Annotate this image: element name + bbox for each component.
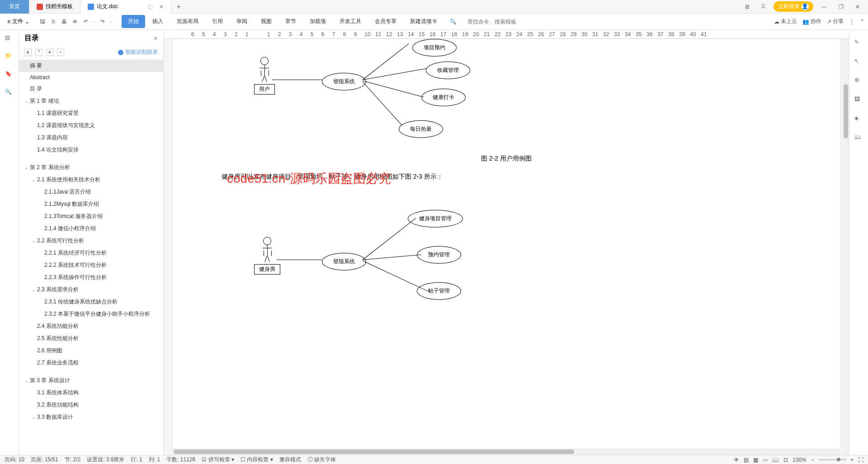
share-button[interactable]: ↗分享 [827,18,844,25]
login-button[interactable]: 立即登录👤 [774,1,813,12]
menu-layout[interactable]: 页面布局 [170,15,205,28]
ruler[interactable]: 6543211234567891011121314151617181920212… [164,30,849,39]
folder-icon[interactable]: 📁 [5,52,14,62]
toc-item[interactable]: 1.2 课题现状与实现意义 [19,119,163,132]
view-web-icon[interactable]: ▦ [753,457,758,463]
toc-item[interactable]: 1.3 课题内容 [19,132,163,144]
diamond-icon[interactable]: ◈ [854,115,863,124]
level-down-button[interactable]: − [57,49,64,56]
undo-icon[interactable]: ↶ [82,18,90,26]
view-outline-icon[interactable]: ▭ [763,457,768,463]
toc-item[interactable]: 1.4 论文结构安排 [19,144,163,156]
chevron-down-icon[interactable]: ⌄ [109,19,113,24]
export-icon[interactable]: ⎘ [49,18,57,26]
sb-words[interactable]: 字数: 11126 [166,456,195,464]
toc-item[interactable]: 2.2.3 系统操作可行性分析 [19,271,163,284]
bookmark-icon[interactable]: 🔖 [5,71,14,80]
toc-item[interactable]: 2.7 系统业务流程 [19,357,163,369]
add-tab-button[interactable]: + [171,3,186,11]
toc-item[interactable]: 2.5 系统性能分析 [19,332,163,345]
menu-vip[interactable]: 会员专享 [368,15,403,28]
scrollbar-horizontal[interactable] [173,449,840,455]
sb-row[interactable]: 行: 1 [131,456,142,464]
chevron-down-icon[interactable]: ⌄ [32,177,37,182]
layout-icon[interactable]: ⊞ [741,4,753,10]
chevron-down-icon[interactable]: ⌄ [32,287,37,292]
more-icon[interactable]: ⋮ [849,19,854,25]
toc-item[interactable]: 目 录 [19,83,163,95]
tab-template[interactable]: 找稻壳模板 [29,0,80,14]
toc-item[interactable]: ⌄第 3 章 系统设计 [19,374,163,387]
chevron-down-icon[interactable]: ⌄ [24,165,30,170]
redo-icon[interactable]: ↷ [99,18,107,26]
eye-icon[interactable]: 👁 [734,457,739,463]
tab-document[interactable]: 论文.doc▢✕ [80,0,171,14]
tab-window-icon[interactable]: ▢ [148,4,153,10]
sb-page[interactable]: 页码: 10 [5,456,24,464]
chevron-down-icon[interactable]: ⌄ [24,99,30,104]
preview-icon[interactable]: 👁 [71,18,79,26]
toc-item[interactable]: ⌄第 2 章 系统分析 [19,161,163,174]
collapse-up-button[interactable]: ˄ [35,49,42,56]
level-up-button[interactable]: + [46,49,53,56]
toc-item[interactable]: ⌄3.3 数据库设计 [19,411,163,423]
smart-toc-button[interactable]: 智能识别目录 [118,48,158,56]
chevron-down-icon[interactable]: ⌄ [32,238,37,243]
toc-item[interactable]: 2.6 用例图 [19,345,163,357]
close-button[interactable]: ✕ [852,4,863,10]
menu-ref[interactable]: 引用 [206,15,229,28]
menu-start[interactable]: 开始 [122,15,145,28]
view-page-icon[interactable]: ▤ [744,457,749,463]
toc-item[interactable]: 摘 要 [19,60,163,72]
toc-item[interactable]: 2.2.2 系统技术可行性分析 [19,259,163,271]
search-input[interactable] [464,17,527,27]
expand-all-button[interactable]: ≡ [24,49,32,56]
close-icon[interactable]: ✕ [159,4,164,10]
sb-font[interactable]: ⓘ 缺失字体 [307,456,336,464]
collab-button[interactable]: 👥协作 [802,18,821,25]
zoom-fit-icon[interactable]: ⊡ [783,457,788,463]
sb-compat[interactable]: 兼容模式 [279,456,301,464]
outline-icon[interactable]: ▤ [5,34,14,43]
sb-col[interactable]: 列: 1 [149,456,160,464]
toc-item[interactable]: ⌄2.2 系统可行性分析 [19,235,163,247]
minimize-button[interactable]: — [818,4,830,10]
print-icon[interactable]: 🖶 [60,18,68,26]
toc-item[interactable]: Abstract [19,72,163,83]
zoom-level[interactable]: 130% [793,457,807,463]
page[interactable]: 用户 登陆系统 项目预约 收藏管理 健康打卡 每日热量 图 2-2 用户用例图 … [173,39,840,449]
toc-item[interactable]: 2.1.1Java 语言介绍 [19,186,163,198]
toc-item[interactable]: 1.1 课题研究背景 [19,107,163,119]
toc-item[interactable]: 2.1.3Tomcat 服务器介绍 [19,210,163,223]
settings-icon[interactable]: ⚙ [854,77,863,86]
chevron-down-icon[interactable]: ⌄ [93,19,96,24]
sb-pages[interactable]: 页面: 15/51 [31,456,58,464]
zoom-in-icon[interactable]: + [850,457,854,463]
toc-item[interactable]: 2.1.2Mysql 数据库介绍 [19,198,163,210]
sb-setval[interactable]: 设置值: 3.9厘米 [87,456,124,464]
view-read-icon[interactable]: 📖 [772,457,779,463]
toc-item[interactable]: 2.2.1 系统经济可行性分析 [19,247,163,259]
menu-dev[interactable]: 开发工具 [333,15,368,28]
sb-spell[interactable]: ☑ 拼写检查 ▾ [202,456,234,464]
chevron-down-icon[interactable]: ⌄ [24,378,30,383]
menu-newtab[interactable]: 新建选项卡 [404,15,443,28]
zoom-slider[interactable] [819,459,846,460]
menu-chapter[interactable]: 章节 [279,15,302,28]
find-icon[interactable]: 🔍 [5,89,14,98]
scrollbar-vertical[interactable] [843,39,849,455]
toc-item[interactable]: ⌄第 1 章 绪论 [19,95,163,107]
toc-item[interactable]: 3.1 系统体系结构 [19,387,163,399]
close-panel-icon[interactable]: ✕ [153,35,158,42]
toc-item[interactable]: ⌄2.1 系统使用相关技术分析 [19,174,163,186]
zoom-out-icon[interactable]: − [811,457,814,463]
toc-item[interactable]: 2.4 系统功能分析 [19,320,163,332]
image-icon[interactable]: 🖼 [854,96,863,105]
toc-item[interactable]: ⌄2.3 系统需求分析 [19,284,163,296]
fullscreen-icon[interactable]: ⛶ [858,457,863,463]
save-icon[interactable]: 🖫 [38,18,47,26]
maximize-button[interactable]: ❐ [835,4,847,10]
pen-icon[interactable]: ✎ [854,39,863,48]
toc-item[interactable]: 2.1.4 微信小程序介绍 [19,223,163,235]
sb-content[interactable]: ☐ 内容检查 ▾ [241,456,273,464]
